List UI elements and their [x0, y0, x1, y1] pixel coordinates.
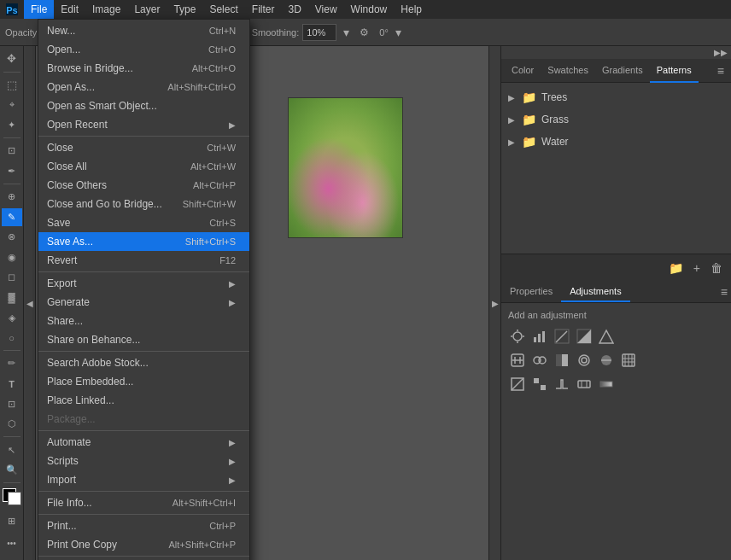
pattern-group-grass[interactable]: ▶ 📁 Grass: [501, 108, 731, 131]
adj-vibrance-btn[interactable]: [597, 327, 616, 346]
smoothing-input[interactable]: [302, 24, 336, 41]
adj-colorbalance-btn[interactable]: [530, 351, 549, 370]
clone-tool-btn[interactable]: ⊗: [2, 228, 22, 247]
menu-item-browse-bridge[interactable]: Browse in Bridge... Alt+Ctrl+O: [38, 59, 249, 78]
menu-item-print-one[interactable]: Print One Copy Alt+Shift+Ctrl+P: [38, 535, 249, 554]
eraser-btn[interactable]: ◻: [2, 268, 22, 287]
menu-item-close-all[interactable]: Close All Alt+Ctrl+W: [38, 157, 249, 176]
adj-channelmixer-btn[interactable]: [597, 351, 616, 370]
menu-item-export[interactable]: Export ▶: [38, 274, 249, 293]
foreground-background-colors[interactable]: [3, 488, 21, 505]
menu-item-close-goto-bridge[interactable]: Close and Go to Bridge... Shift+Ctrl+W: [38, 195, 249, 213]
crop-tool-btn[interactable]: ⊡: [2, 142, 22, 160]
path-select-btn[interactable]: ⊡: [2, 394, 22, 413]
menu-item-place-embedded[interactable]: Place Embedded...: [38, 372, 249, 391]
move-tool-btn[interactable]: ✥: [2, 50, 22, 68]
new-group-btn[interactable]: 📁: [665, 260, 687, 277]
magic-wand-btn[interactable]: ✦: [2, 116, 22, 135]
angle-dropdown-btn[interactable]: ▾: [392, 22, 405, 43]
menu-item-file-info[interactable]: File Info... Alt+Shift+Ctrl+I: [38, 493, 249, 512]
menu-select[interactable]: Select: [202, 0, 244, 19]
menu-item-generate[interactable]: Generate ▶: [38, 293, 249, 312]
right-panel-collapse[interactable]: ▶▶: [501, 46, 731, 59]
adj-threshold-btn[interactable]: [553, 375, 571, 394]
adj-selectivecolor-btn[interactable]: [575, 375, 594, 394]
tab-color[interactable]: Color: [505, 59, 541, 83]
adj-photofilter-btn[interactable]: [575, 351, 594, 370]
menu-item-automate[interactable]: Automate ▶: [38, 433, 249, 452]
menu-view[interactable]: View: [308, 0, 344, 19]
menu-edit[interactable]: Edit: [54, 0, 85, 19]
menu-item-new[interactable]: New... Ctrl+N: [38, 21, 249, 40]
adj-curves-btn[interactable]: [553, 327, 571, 346]
pattern-group-trees[interactable]: ▶ 📁 Trees: [501, 86, 731, 108]
svg-marker-13: [599, 330, 613, 343]
menu-item-share-behance[interactable]: Share on Behance...: [38, 330, 249, 349]
menu-item-open[interactable]: Open... Ctrl+O: [38, 40, 249, 59]
gradient-btn[interactable]: ▓: [2, 289, 22, 307]
adj-blackwhite-btn[interactable]: [553, 351, 571, 370]
menu-item-open-smart[interactable]: Open as Smart Object...: [38, 96, 249, 115]
new-pattern-btn[interactable]: +: [690, 260, 704, 277]
smoothing-gear-btn[interactable]: ⚙: [356, 22, 372, 43]
menu-3d[interactable]: 3D: [281, 0, 307, 19]
delete-pattern-btn[interactable]: 🗑: [707, 260, 726, 277]
menu-item-share[interactable]: Share...: [38, 312, 249, 330]
left-collapse-btn[interactable]: ◀: [24, 46, 36, 560]
adj-panel-menu-btn[interactable]: ≡: [717, 281, 731, 302]
select-tool-btn[interactable]: ↖: [2, 440, 22, 459]
menu-item-save-as[interactable]: Save As... Shift+Ctrl+S: [38, 232, 249, 251]
menu-item-print[interactable]: Print... Ctrl+P: [38, 516, 249, 535]
menu-item-close-others[interactable]: Close Others Alt+Ctrl+P: [38, 176, 249, 195]
heal-tool-btn[interactable]: ⊕: [2, 188, 22, 207]
tab-swatches[interactable]: Swatches: [541, 59, 595, 83]
tab-adjustments[interactable]: Adjustments: [561, 281, 630, 302]
menu-item-open-as[interactable]: Open As... Alt+Shift+Ctrl+O: [38, 78, 249, 96]
menu-item-search-stock[interactable]: Search Adobe Stock...: [38, 353, 249, 372]
blur-btn[interactable]: ◈: [2, 308, 22, 327]
menu-filter[interactable]: Filter: [245, 0, 282, 19]
adj-levels-btn[interactable]: [530, 327, 549, 346]
right-collapse-btn[interactable]: ▶: [488, 46, 500, 560]
adj-invert-btn[interactable]: [508, 375, 527, 394]
panel-menu-btn[interactable]: ≡: [714, 64, 728, 78]
menu-file[interactable]: File: [24, 0, 54, 19]
shape-tool-btn[interactable]: ⬡: [2, 415, 22, 434]
menu-item-import[interactable]: Import ▶: [38, 470, 249, 489]
eyedropper-btn[interactable]: ✒: [2, 162, 22, 181]
adj-hue-btn[interactable]: [508, 351, 527, 370]
adj-brightness-btn[interactable]: [508, 327, 527, 346]
menu-window[interactable]: Window: [344, 0, 395, 19]
menu-item-package: Package...: [38, 410, 249, 429]
menu-item-scripts[interactable]: Scripts ▶: [38, 452, 249, 470]
menu-type[interactable]: Type: [167, 0, 202, 19]
adj-exposure-btn[interactable]: [575, 327, 594, 346]
menu-item-open-recent[interactable]: Open Recent ▶: [38, 115, 249, 134]
tab-properties[interactable]: Properties: [501, 281, 561, 302]
ellipsis-btn[interactable]: •••: [2, 533, 22, 553]
history-btn[interactable]: ◉: [2, 248, 22, 267]
menu-item-close[interactable]: Close Ctrl+W: [38, 138, 249, 157]
tab-patterns[interactable]: Patterns: [650, 59, 699, 83]
type-tool-btn[interactable]: T: [2, 375, 22, 394]
lasso-tool-btn[interactable]: ⌖: [2, 96, 22, 114]
tab-gradients[interactable]: Gradients: [595, 59, 650, 83]
adj-colorlookup-btn[interactable]: [619, 351, 638, 370]
adj-posterize-btn[interactable]: [530, 375, 549, 394]
menu-layer[interactable]: Layer: [127, 0, 167, 19]
menu-help[interactable]: Help: [394, 0, 429, 19]
menu-item-place-linked[interactable]: Place Linked...: [38, 391, 249, 410]
pen-tool-btn[interactable]: ✏: [2, 354, 22, 373]
marquee-tool-btn[interactable]: ⬚: [2, 75, 22, 94]
zoom-btn[interactable]: 🔍: [2, 461, 22, 480]
quick-mask-btn[interactable]: ⊞: [2, 510, 22, 531]
pattern-group-water[interactable]: ▶ 📁 Water: [501, 131, 731, 153]
adj-gradientmap-btn[interactable]: [597, 375, 616, 394]
brush-tool-btn[interactable]: ✎: [2, 208, 22, 227]
more-tools-btn[interactable]: •••: [2, 533, 22, 557]
menu-image[interactable]: Image: [85, 0, 127, 19]
smoothing-dropdown-btn[interactable]: ▾: [340, 22, 353, 43]
menu-item-revert[interactable]: Revert F12: [38, 251, 249, 270]
dodge-btn[interactable]: ○: [2, 329, 22, 347]
menu-item-save[interactable]: Save Ctrl+S: [38, 213, 249, 232]
